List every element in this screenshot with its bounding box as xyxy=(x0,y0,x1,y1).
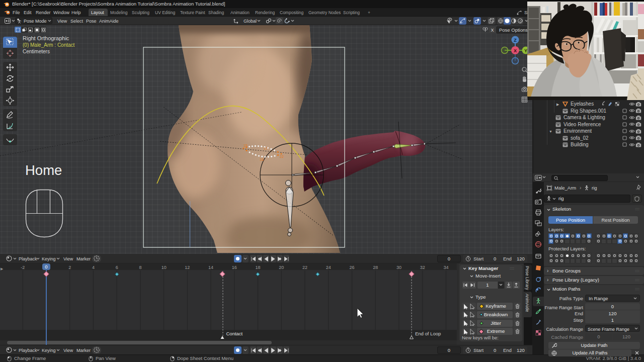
svg-text:17: 17 xyxy=(264,147,268,150)
svg-text:22: 22 xyxy=(280,155,284,158)
svg-text:18: 18 xyxy=(260,158,264,161)
svg-text:X: X xyxy=(514,48,517,53)
svg-text:15: 15 xyxy=(244,144,248,147)
svg-text:Z: Z xyxy=(514,38,517,43)
